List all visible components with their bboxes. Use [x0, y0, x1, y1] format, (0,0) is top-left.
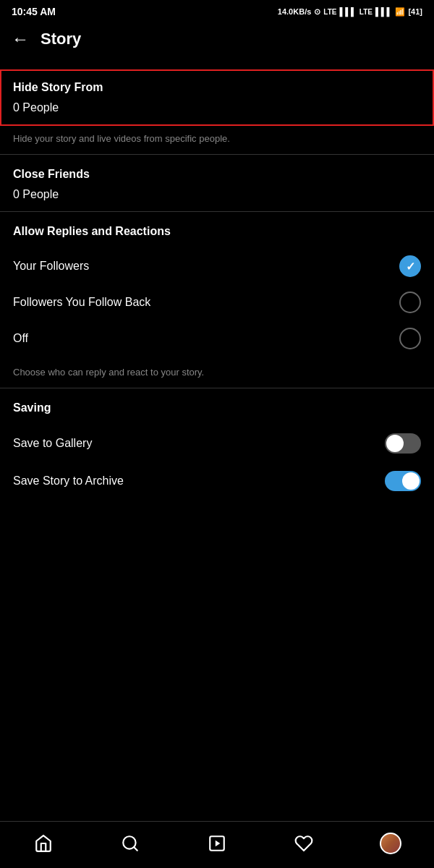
page-title: Story: [41, 30, 81, 48]
saving-section: Saving Save to Gallery Save Story to Arc…: [0, 388, 434, 507]
status-right: 14.0KB/s ⊙ LTE ▌▌▌ LTE ▌▌▌ 📶 [41]: [278, 7, 422, 17]
saving-title: Saving: [13, 401, 421, 414]
radio-label-followers: Your Followers: [13, 260, 89, 273]
replies-description: Choose who can reply and react to your s…: [0, 361, 434, 388]
radio-followers-you-follow[interactable]: Followers You Follow Back: [13, 284, 421, 320]
radio-circle-follow-back[interactable]: [399, 292, 421, 313]
lte-icon2: LTE: [359, 8, 373, 16]
toggle-knob-gallery: [386, 435, 404, 452]
back-button[interactable]: ←: [12, 29, 29, 49]
nav-reels[interactable]: [199, 830, 235, 856]
nav-heart[interactable]: [286, 830, 322, 856]
top-nav: ← Story: [0, 20, 434, 61]
hide-story-section[interactable]: Hide Story From 0 People: [0, 69, 434, 126]
battery-icon: [41]: [408, 7, 422, 16]
status-time: 10:45 AM: [12, 6, 56, 17]
allow-replies-title: Allow Replies and Reactions: [13, 225, 421, 238]
save-story-archive-label: Save Story to Archive: [13, 475, 124, 488]
search-icon: [121, 834, 140, 853]
radio-off[interactable]: Off: [13, 320, 421, 357]
nav-home[interactable]: [25, 830, 61, 856]
signal-icon2: ▌▌▌: [375, 7, 392, 16]
radio-circle-followers[interactable]: [399, 255, 421, 277]
save-to-gallery-row: Save to Gallery: [13, 425, 421, 462]
radio-circle-off[interactable]: [399, 328, 421, 349]
signal-icon1: ▌▌▌: [339, 7, 356, 16]
svg-marker-3: [216, 841, 221, 847]
svg-line-1: [134, 847, 137, 851]
radio-your-followers[interactable]: Your Followers: [13, 248, 421, 284]
save-to-gallery-label: Save to Gallery: [13, 437, 92, 450]
bottom-nav: [0, 821, 434, 868]
save-story-archive-toggle[interactable]: [385, 471, 421, 491]
clock-icon: ⊙: [314, 7, 320, 17]
toggle-knob-archive: [402, 472, 420, 490]
save-story-archive-row: Save Story to Archive: [13, 462, 421, 500]
home-icon: [34, 834, 53, 853]
reels-icon: [208, 834, 226, 853]
radio-label-follow-back: Followers You Follow Back: [13, 296, 150, 309]
save-to-gallery-toggle[interactable]: [385, 433, 421, 454]
nav-profile[interactable]: [373, 830, 409, 856]
hide-story-count: 0 People: [13, 101, 421, 114]
close-friends-count: 0 People: [13, 188, 421, 201]
status-speed: 14.0KB/s: [278, 7, 311, 16]
close-friends-section[interactable]: Close Friends 0 People: [0, 155, 434, 211]
nav-search[interactable]: [112, 830, 148, 856]
wifi-icon: 📶: [395, 7, 405, 17]
radio-label-off: Off: [13, 332, 28, 345]
status-bar: 10:45 AM 14.0KB/s ⊙ LTE ▌▌▌ LTE ▌▌▌ 📶 [4…: [0, 0, 434, 20]
allow-replies-section: Allow Replies and Reactions Your Followe…: [0, 212, 434, 361]
close-friends-title: Close Friends: [13, 168, 421, 181]
hide-story-title: Hide Story From: [13, 81, 421, 94]
hide-story-description: Hide your story and live videos from spe…: [0, 126, 434, 154]
avatar: [380, 833, 401, 854]
heart-icon: [294, 834, 313, 853]
lte-icon: LTE: [323, 8, 336, 16]
